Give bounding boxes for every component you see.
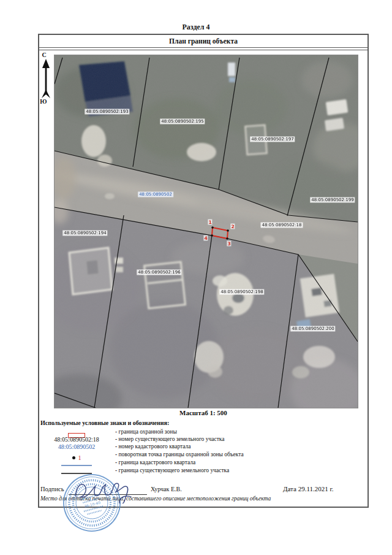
cadastral-plan-page: Раздел 4 План границ объекта С Ю bbox=[0, 0, 392, 555]
legend-title: Используемые условные знаки и обозначени… bbox=[40, 419, 169, 426]
zone-point-4: 4 bbox=[203, 235, 208, 241]
legend-row-parcel-number: 48:05:0890502:18 - номер существующего з… bbox=[40, 436, 359, 443]
parcel-label-196: 48:05:0890502:196 bbox=[137, 270, 181, 275]
zone-point-3: 3 bbox=[227, 241, 231, 247]
date-label: Дата 29.11.2021 г. bbox=[283, 485, 334, 492]
handwritten-signature bbox=[74, 478, 138, 503]
parcel-label-197: 48:05:0890502:197 bbox=[250, 137, 295, 142]
legend-text: - граница кадастрового квартала bbox=[115, 459, 195, 465]
compass-south-label: Ю bbox=[38, 98, 49, 105]
scale-label: Масштаб 1: 500 bbox=[38, 409, 369, 416]
parcel-label-199: 48:05:0890502:199 bbox=[310, 197, 355, 203]
legend-row-zone: - граница охранной зоны bbox=[40, 429, 359, 436]
parcel-label-193: 48:05:0890502:193 bbox=[85, 109, 129, 115]
parcel-label-198: 48:05:0890502:198 bbox=[219, 289, 264, 295]
zone-point-1: 1 bbox=[208, 220, 212, 225]
legend-text: - граница охранной зоны bbox=[115, 429, 177, 435]
legend-row-kvartal-line: - граница кадастрового квартала bbox=[40, 459, 359, 467]
header-divider bbox=[39, 50, 368, 50]
parcel-number-sample: 48:05:0890502:18 bbox=[40, 436, 113, 443]
parcel-boundary-icon bbox=[61, 473, 92, 474]
legend-row-parcel-line: - граница существующего земельного участ… bbox=[40, 467, 359, 475]
kvartal-boundary-icon bbox=[61, 465, 92, 466]
parcel-label-200: 48:05:0890502:200 bbox=[290, 326, 335, 332]
signer-name: Хурчак Е.В. bbox=[151, 486, 182, 492]
legend-text: - номер кадастрового квартала bbox=[115, 443, 191, 450]
legend-row-turn-point: 1 - поворотная точка границы охранной зо… bbox=[40, 451, 359, 459]
section-title: Раздел 4 bbox=[0, 23, 392, 32]
legend-text: - поворотная точка границы охранной зоны… bbox=[115, 451, 244, 457]
kvartal-number-sample: 48:05:0890502 bbox=[40, 443, 113, 451]
north-arrow-icon bbox=[40, 59, 51, 99]
legend-row-kvartal-number: 48:05:0890502 - номер кадастрового кварт… bbox=[40, 443, 359, 451]
parcel-label-194: 48:05:0890502:194 bbox=[62, 231, 107, 236]
zone-point-2: 2 bbox=[230, 224, 235, 229]
kvartal-label: 48:05:0890502 bbox=[138, 192, 173, 197]
signature-label: Подпись bbox=[40, 486, 64, 492]
plan-header: План границ объекта bbox=[38, 34, 369, 48]
compass-north-label: С bbox=[39, 52, 50, 58]
parcel-label-195: 48:05:0890502:195 bbox=[160, 119, 205, 124]
parcel-label-18: 48:05:0890502:18 bbox=[261, 223, 303, 228]
legend-text: - граница существующего земельного участ… bbox=[115, 467, 229, 473]
legend-text: - номер существующего земельного участка bbox=[115, 436, 225, 442]
